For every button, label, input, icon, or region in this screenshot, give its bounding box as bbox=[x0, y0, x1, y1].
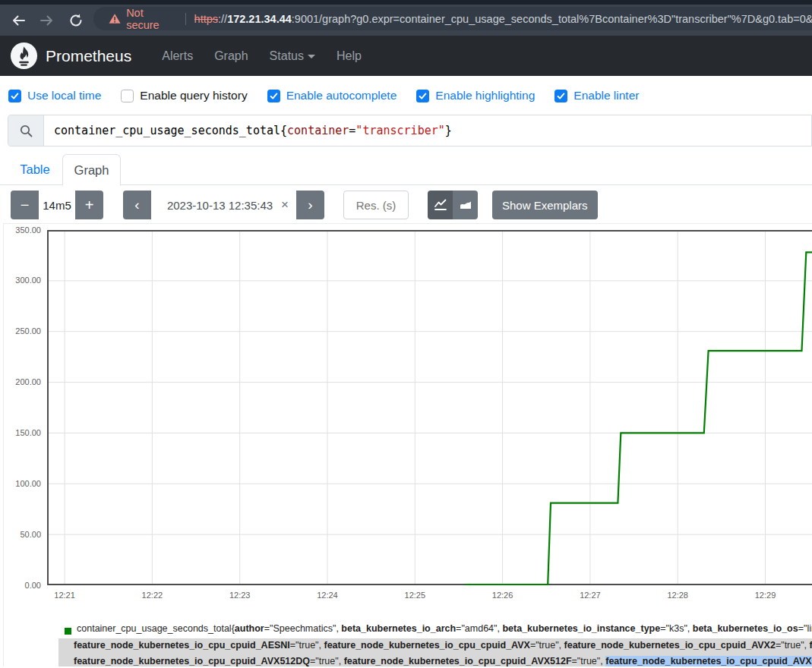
time-forward-button[interactable]: › bbox=[296, 191, 324, 219]
y-tick-label: 0.00 bbox=[0, 581, 41, 590]
legend-line-1[interactable]: container_cpu_usage_seconds_total{author… bbox=[77, 623, 812, 637]
legend-token: beta_kubernetes_io_os bbox=[693, 623, 798, 634]
checkbox-enable-query-history[interactable]: Enable query history bbox=[121, 89, 247, 102]
nav-item-status[interactable]: Status bbox=[259, 49, 326, 63]
x-tick-label: 12:23 bbox=[217, 591, 263, 600]
legend-token: ="true", bbox=[776, 640, 810, 651]
forward-arrow-icon bbox=[39, 12, 55, 29]
duration-stepper: − + bbox=[11, 191, 103, 219]
show-exemplars-button[interactable]: Show Exemplars bbox=[492, 191, 598, 219]
checkbox-use-local-time[interactable]: Use local time bbox=[8, 89, 101, 102]
check-icon bbox=[10, 91, 20, 101]
stacked-chart-icon bbox=[459, 198, 472, 212]
panel-border-left bbox=[3, 223, 4, 666]
navbar-links: AlertsGraphStatusHelp bbox=[151, 49, 372, 63]
legend-token: beta_kubernetes_io_instance_type bbox=[502, 623, 660, 634]
prometheus-logo-icon[interactable] bbox=[10, 42, 38, 70]
unchecked-checkbox-icon[interactable] bbox=[121, 90, 134, 102]
resolution-input[interactable] bbox=[343, 191, 409, 219]
line-chart-button[interactable] bbox=[428, 191, 453, 219]
tab-table[interactable]: Table bbox=[8, 154, 62, 185]
security-status[interactable]: Not secure bbox=[109, 7, 177, 31]
checkbox-enable-linter[interactable]: Enable linter bbox=[554, 89, 639, 102]
legend-token: ="amd64", bbox=[456, 623, 502, 634]
legend-token: author bbox=[235, 623, 264, 634]
legend-token: ="Speechmatics", bbox=[264, 623, 342, 634]
datetime-clear-icon[interactable]: × bbox=[276, 197, 289, 213]
legend-token: ="true", bbox=[310, 656, 344, 666]
x-tick-label: 12:22 bbox=[129, 591, 175, 600]
datetime-input[interactable]: 2023-10-13 12:35:43 × bbox=[151, 191, 296, 219]
duration-increase-button[interactable]: + bbox=[75, 191, 103, 219]
x-tick-label: 12:25 bbox=[392, 591, 438, 600]
panel-border-top bbox=[3, 223, 812, 224]
legend-token: feature bbox=[810, 640, 812, 651]
url-text: https://172.21.34.44:9001/graph?g0.expr=… bbox=[194, 13, 812, 25]
brand-title[interactable]: Prometheus bbox=[46, 47, 131, 65]
forward-button[interactable] bbox=[38, 11, 56, 30]
legend-token: ="k3s", bbox=[660, 623, 693, 634]
legend-token: feature_node_kubernetes_io_cpu_cpuid_AVX… bbox=[564, 640, 776, 651]
legend-token: feature_node_kubernetes_io_cpu_cpuid_AVX… bbox=[605, 656, 812, 666]
back-arrow-icon bbox=[10, 12, 27, 29]
legend-series-swatch bbox=[65, 628, 71, 635]
query-token: } bbox=[445, 124, 452, 137]
tab-graph[interactable]: Graph bbox=[62, 154, 121, 186]
y-tick-label: 150.00 bbox=[0, 428, 41, 437]
panel-tabs: Table Graph bbox=[0, 154, 812, 185]
query-bar: container_cpu_usage_seconds_total{contai… bbox=[8, 115, 812, 147]
address-bar[interactable]: Not secure https://172.21.34.44:9001/gra… bbox=[93, 7, 812, 30]
datetime-value: 2023-10-13 12:35:43 bbox=[163, 199, 276, 212]
nav-item-graph[interactable]: Graph bbox=[204, 49, 258, 63]
tabs-divider bbox=[0, 184, 812, 185]
y-tick-label: 300.00 bbox=[0, 276, 41, 285]
checkbox-label: Enable query history bbox=[140, 89, 247, 102]
chart-plot-area[interactable] bbox=[47, 230, 812, 585]
reload-button[interactable] bbox=[67, 11, 85, 30]
legend-token: container_cpu_usage_seconds_total{ bbox=[77, 623, 235, 634]
reload-icon bbox=[68, 13, 84, 28]
graph-panel: 0.0050.00100.00150.00200.00250.00300.003… bbox=[0, 223, 812, 666]
legend-line-3[interactable]: feature_node_kubernetes_io_cpu_cpuid_AVX… bbox=[74, 656, 812, 668]
legend-token: feature_node_kubernetes_io_cpu_cpuid_AVX bbox=[324, 640, 529, 651]
legend-line-2[interactable]: feature_node_kubernetes_io_cpu_cpuid_AES… bbox=[74, 640, 812, 654]
y-tick-label: 100.00 bbox=[0, 479, 41, 488]
legend-token: feature_node_kubernetes_io_cpu_cpuid_AES… bbox=[74, 640, 290, 651]
checked-checkbox-icon[interactable] bbox=[416, 90, 429, 102]
nav-item-help[interactable]: Help bbox=[326, 49, 372, 63]
url-scheme: https bbox=[194, 13, 218, 25]
check-icon bbox=[269, 91, 279, 101]
legend-token: ="true", bbox=[290, 640, 324, 651]
chevron-down-icon bbox=[308, 55, 315, 58]
url-divider bbox=[185, 13, 186, 25]
stacked-chart-button[interactable] bbox=[453, 191, 478, 219]
y-tick-label: 350.00 bbox=[0, 225, 41, 235]
checkbox-label: Enable highlighting bbox=[435, 89, 535, 102]
checkbox-enable-autocomplete[interactable]: Enable autocomplete bbox=[267, 89, 397, 102]
checkbox-enable-highlighting[interactable]: Enable highlighting bbox=[416, 89, 535, 102]
y-tick-label: 200.00 bbox=[0, 377, 41, 386]
query-search-addon bbox=[8, 115, 44, 146]
query-token: container bbox=[287, 124, 349, 137]
x-tick-label: 12:24 bbox=[305, 591, 350, 600]
query-expression-input[interactable]: container_cpu_usage_seconds_total{contai… bbox=[44, 115, 811, 146]
url-separator: :// bbox=[218, 13, 227, 25]
browser-chrome: Not secure https://172.21.34.44:9001/gra… bbox=[0, 0, 812, 36]
not-secure-label: Not secure bbox=[126, 7, 177, 31]
x-tick-label: 12:21 bbox=[42, 591, 87, 600]
query-token: "transcriber" bbox=[355, 124, 444, 137]
duration-input[interactable] bbox=[39, 191, 75, 219]
checked-checkbox-icon[interactable] bbox=[554, 90, 567, 102]
query-token: = bbox=[349, 124, 355, 137]
search-icon bbox=[20, 124, 33, 137]
nav-item-alerts[interactable]: Alerts bbox=[151, 49, 204, 63]
options-row: Use local timeEnable query historyEnable… bbox=[8, 87, 812, 104]
duration-decrease-button[interactable]: − bbox=[11, 191, 39, 219]
time-back-button[interactable]: ‹ bbox=[123, 191, 151, 219]
checked-checkbox-icon[interactable] bbox=[8, 90, 21, 102]
line-chart-icon bbox=[434, 198, 447, 212]
x-tick-label: 12:26 bbox=[480, 591, 526, 600]
back-button[interactable] bbox=[9, 11, 27, 30]
page: Not secure https://172.21.34.44:9001/gra… bbox=[0, 0, 812, 668]
checked-checkbox-icon[interactable] bbox=[267, 90, 280, 102]
